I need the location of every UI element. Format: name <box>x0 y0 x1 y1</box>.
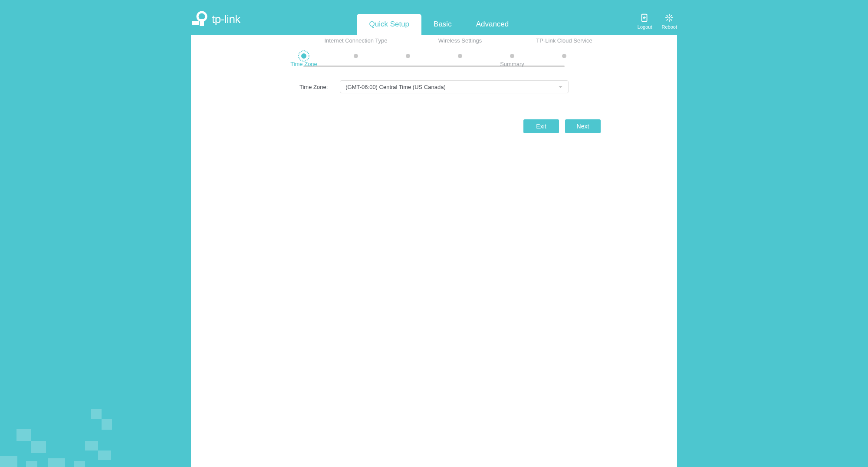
tab-quick-setup[interactable]: Quick Setup <box>357 14 421 35</box>
header-actions: Logout Reboot <box>638 13 677 30</box>
step-wireless-settings: Wireless Settings <box>458 48 462 59</box>
step-dot-icon <box>562 54 566 58</box>
decorative-shapes <box>0 402 122 467</box>
tab-basic[interactable]: Basic <box>421 14 464 35</box>
step-dot-icon <box>510 54 514 58</box>
timezone-select[interactable]: (GMT-06:00) Central Time (US Canada) <box>340 80 569 93</box>
step-time-zone: Time Zone <box>302 48 306 59</box>
next-button[interactable]: Next <box>565 119 601 133</box>
step-dot-icon <box>354 54 358 58</box>
svg-rect-1 <box>200 19 204 26</box>
step-internet-connection-type: Internet Connection Type <box>354 48 358 59</box>
step-dot-icon <box>406 54 410 58</box>
svg-line-11 <box>667 19 668 20</box>
tplink-logo-icon <box>191 11 208 27</box>
brand-logo: tp-link <box>191 11 240 27</box>
step-dot-icon <box>301 53 306 59</box>
timezone-label: Time Zone: <box>299 84 328 90</box>
logout-button[interactable]: Logout <box>638 13 652 30</box>
step-tplink-cloud-service: TP-Link Cloud Service <box>562 48 566 59</box>
exit-button[interactable]: Exit <box>523 119 559 133</box>
timezone-row: Time Zone: (GMT-06:00) Central Time (US … <box>299 80 569 93</box>
svg-line-9 <box>667 15 668 16</box>
step-dot-icon <box>458 54 462 58</box>
chevron-down-icon <box>558 85 563 89</box>
timezone-selected-value: (GMT-06:00) Central Time (US Canada) <box>345 84 445 90</box>
brand-name: tp-link <box>212 13 240 26</box>
step-summary: Summary <box>510 48 514 59</box>
svg-line-10 <box>671 19 672 20</box>
main-panel: Time Zone Internet Connection Type Wirel… <box>191 35 677 467</box>
reboot-button[interactable]: Reboot <box>662 13 677 30</box>
svg-point-4 <box>668 17 670 19</box>
wizard-stepper: Time Zone Internet Connection Type Wirel… <box>302 48 566 59</box>
step-spacer <box>406 48 410 59</box>
logout-icon <box>640 13 650 23</box>
header: tp-link Quick Setup Basic Advanced Logou… <box>174 0 694 35</box>
svg-line-12 <box>671 15 672 16</box>
nav-tabs: Quick Setup Basic Advanced <box>357 0 521 35</box>
svg-rect-2 <box>192 21 199 25</box>
wizard-buttons: Exit Next <box>265 119 603 133</box>
tab-advanced[interactable]: Advanced <box>464 14 521 35</box>
reboot-icon <box>664 13 674 23</box>
